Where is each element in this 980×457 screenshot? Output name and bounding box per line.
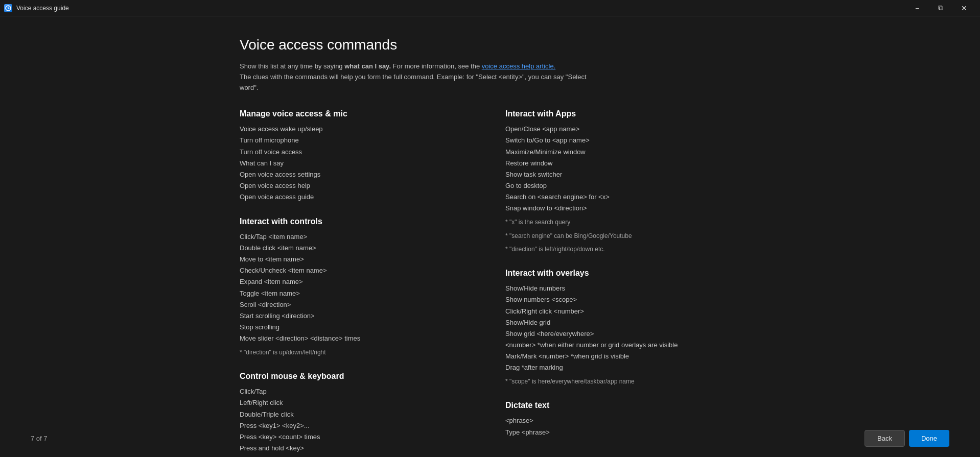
title-bar: Voice access guide − ⧉ ✕ [0,0,980,16]
command-item: Stop scrolling [240,322,475,333]
section-title-interact-apps: Interact with Apps [505,109,740,118]
section-title-manage-voice: Manage voice access & mic [240,109,475,118]
command-item: Mark/Mark <number> *when grid is visible [505,351,740,362]
command-item: Move slider <direction> <distance> times [240,333,475,344]
command-item: Open voice access settings [240,169,475,180]
command-item: Snap window to <direction> [505,203,740,214]
intro-text-bold: what can I say. [344,62,391,70]
command-item: Click/Tap [240,386,475,397]
section-note: * "search engine" can be Bing/Google/You… [505,231,740,241]
columns-container: Manage voice access & micVoice access wa… [240,109,740,457]
command-item: Search on <search engine> for <x> [505,191,740,203]
section-title-dictate-text: Dictate text [505,401,740,410]
help-article-link[interactable]: voice access help article. [482,62,556,70]
command-item: Go to desktop [505,180,740,191]
close-button[interactable]: ✕ [952,0,976,16]
command-item: Start scrolling <direction> [240,310,475,322]
intro-text-part1: Show this list at any time by saying [240,62,344,70]
intro-text: Show this list at any time by saying wha… [240,61,587,93]
section-note: * "direction" is left/right/top/down etc… [505,244,740,254]
back-button[interactable]: Back [865,430,905,447]
command-item: Voice access wake up/sleep [240,124,475,135]
command-item: Turn off voice access [240,147,475,158]
app-icon [4,4,12,12]
footer: 7 of 7 Back Done [0,430,980,447]
intro-text-part3: The clues with the commands will help yo… [240,73,587,91]
command-item: Show/Hide numbers [505,283,740,294]
window-title: Voice access guide [16,5,69,12]
command-item: Scroll <direction> [240,299,475,310]
right-column: Interact with AppsOpen/Close <app name>S… [505,109,740,457]
title-bar-left: Voice access guide [4,4,69,12]
section-interact-apps: Interact with AppsOpen/Close <app name>S… [505,109,740,254]
command-item: Double/Triple click [240,409,475,420]
section-interact-overlays: Interact with overlaysShow/Hide numbersS… [505,269,740,387]
intro-text-part2: For more information, see the [391,62,482,70]
section-title-interact-overlays: Interact with overlays [505,269,740,278]
command-item: Turn off microphone [240,135,475,146]
section-note: * "x" is the search query [505,217,740,227]
command-item: Double click <item name> [240,243,475,254]
command-item: What can I say [240,158,475,169]
command-item: <number> *when either number or grid ove… [505,340,740,351]
command-item: Show/Hide grid [505,317,740,328]
restore-button[interactable]: ⧉ [929,0,952,16]
page-title: Voice access commands [240,37,740,53]
command-item: Open/Close <app name> [505,124,740,135]
command-item: Switch to/Go to <app name> [505,135,740,146]
command-item: Show grid <here/everywhere> [505,328,740,340]
command-item: Click/Right click <number> [505,306,740,317]
command-item: Open voice access help [240,180,475,191]
window-controls: − ⧉ ✕ [905,0,976,16]
done-button[interactable]: Done [909,430,949,447]
section-manage-voice: Manage voice access & micVoice access wa… [240,109,475,203]
command-item: <phrase> [505,415,740,426]
footer-buttons: Back Done [865,430,949,447]
section-title-control-mouse: Control mouse & keyboard [240,372,475,381]
command-item: Show task switcher [505,169,740,180]
command-item: Restore window [505,158,740,169]
page-indicator: 7 of 7 [31,435,48,442]
command-item: Drag *after marking [505,362,740,373]
command-item: Check/Uncheck <item name> [240,265,475,276]
minimize-button[interactable]: − [905,0,929,16]
command-item: Click/Tap <item name> [240,231,475,243]
section-note: * "direction" is up/down/left/right [240,347,475,357]
section-interact-controls: Interact with controlsClick/Tap <item na… [240,217,475,357]
section-title-interact-controls: Interact with controls [240,217,475,226]
command-item: Move to <item name> [240,254,475,265]
command-item: Show numbers <scope> [505,294,740,305]
command-item: Maximize/Minimize window [505,147,740,158]
section-note: * "scope" is here/everywhere/taskbar/app… [505,376,740,387]
left-column: Manage voice access & micVoice access wa… [240,109,475,457]
command-item: Left/Right click [240,397,475,408]
command-item: Open voice access guide [240,191,475,203]
command-item: Toggle <item name> [240,288,475,299]
command-item: Expand <item name> [240,276,475,287]
main-content: Voice access commands Show this list at … [209,16,771,457]
